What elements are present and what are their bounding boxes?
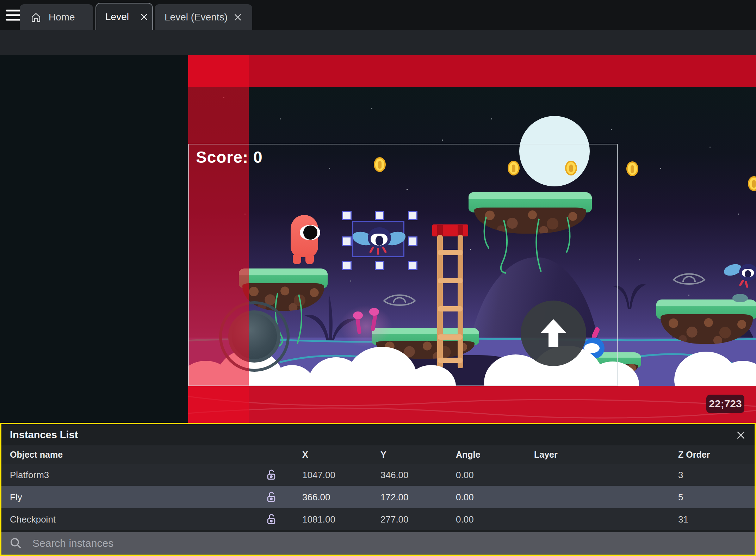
instance-y[interactable]: 346.00 xyxy=(380,469,409,480)
instance-angle[interactable]: 0.00 xyxy=(456,469,474,480)
main-menu-icon[interactable] xyxy=(6,9,21,21)
instance-z-order[interactable]: 3 xyxy=(678,469,683,480)
close-tab-icon[interactable] xyxy=(140,12,149,21)
panel-title-row: Instances List xyxy=(1,424,755,445)
table-row-checkpoint[interactable]: Checkpoint 1081.00 277.00 0.00 31 xyxy=(1,508,755,530)
close-panel-icon[interactable] xyxy=(736,430,746,440)
close-tab-icon[interactable] xyxy=(233,13,242,22)
fly-enemy-instance[interactable] xyxy=(726,261,756,288)
instance-z-order[interactable]: 5 xyxy=(678,492,683,502)
red-band-top xyxy=(188,55,756,87)
instance-angle[interactable]: 0.00 xyxy=(456,514,474,525)
tab-level[interactable]: Level xyxy=(95,3,153,30)
instance-angle[interactable]: 0.00 xyxy=(456,492,474,502)
column-layer[interactable]: Layer xyxy=(534,450,558,460)
instances-table-header: Object name X Y Angle Layer Z Order xyxy=(1,445,755,464)
coin-instance[interactable] xyxy=(748,176,756,191)
panel-title: Instances List xyxy=(10,429,78,441)
tab-bar: Home Level Level (Events) xyxy=(0,0,756,30)
instance-x[interactable]: 1047.00 xyxy=(302,469,335,480)
cursor-coordinates-badge: 22;723 xyxy=(706,395,744,413)
tab-level-label: Level xyxy=(105,11,129,23)
table-row-fly[interactable]: Fly 366.00 172.00 0.00 5 xyxy=(1,486,755,508)
column-x[interactable]: X xyxy=(302,450,308,460)
search-bar xyxy=(1,532,755,555)
column-object-name[interactable]: Object name xyxy=(10,450,63,460)
red-ground xyxy=(188,386,756,423)
instance-name: Fly xyxy=(10,492,22,502)
bat-leg xyxy=(745,281,749,288)
scene-editor-canvas[interactable]: Score: 0 22;723 xyxy=(0,55,756,423)
unlock-icon[interactable] xyxy=(265,491,278,504)
instance-y[interactable]: 172.00 xyxy=(380,492,409,502)
camera-frame xyxy=(188,144,618,386)
home-icon xyxy=(30,12,42,23)
tab-level-events-label: Level (Events) xyxy=(165,12,228,23)
column-z-order[interactable]: Z Order xyxy=(678,450,710,460)
bat-eye xyxy=(742,269,754,277)
search-icon xyxy=(9,537,23,550)
instance-name: Platform3 xyxy=(10,469,49,480)
coin-instance[interactable] xyxy=(626,161,638,176)
instance-name: Checkpoint xyxy=(10,514,56,525)
table-row-platform3[interactable]: Platform3 1047.00 346.00 0.00 3 xyxy=(1,464,755,486)
app-window: { "tabs": { "home": "Home", "level": "Le… xyxy=(0,0,756,556)
instance-y[interactable]: 277.00 xyxy=(380,514,409,525)
rock-decoration xyxy=(732,294,748,302)
tab-home-label: Home xyxy=(49,12,75,23)
eye-decoration xyxy=(669,269,709,292)
platform-instance[interactable] xyxy=(656,299,756,345)
platform-rocks xyxy=(661,314,753,344)
editor-toolbar: Preview Publish xyxy=(0,30,756,55)
column-y[interactable]: Y xyxy=(380,450,386,460)
search-instances-input[interactable] xyxy=(32,537,755,549)
unlock-icon[interactable] xyxy=(265,513,278,526)
instance-x[interactable]: 366.00 xyxy=(302,492,330,502)
bat-leg xyxy=(739,279,744,286)
bat-pupil xyxy=(745,270,751,277)
tab-home[interactable]: Home xyxy=(20,4,93,30)
ground-lines xyxy=(188,386,756,423)
instance-z-order[interactable]: 31 xyxy=(678,514,688,525)
score-text: Score: 0 xyxy=(196,148,263,167)
instance-x[interactable]: 1081.00 xyxy=(302,514,335,525)
column-angle[interactable]: Angle xyxy=(456,450,480,460)
instances-list-panel: Instances List Object name X Y Angle Lay… xyxy=(0,423,756,556)
unlock-icon[interactable] xyxy=(265,469,278,481)
tab-level-events[interactable]: Level (Events) xyxy=(155,4,252,30)
